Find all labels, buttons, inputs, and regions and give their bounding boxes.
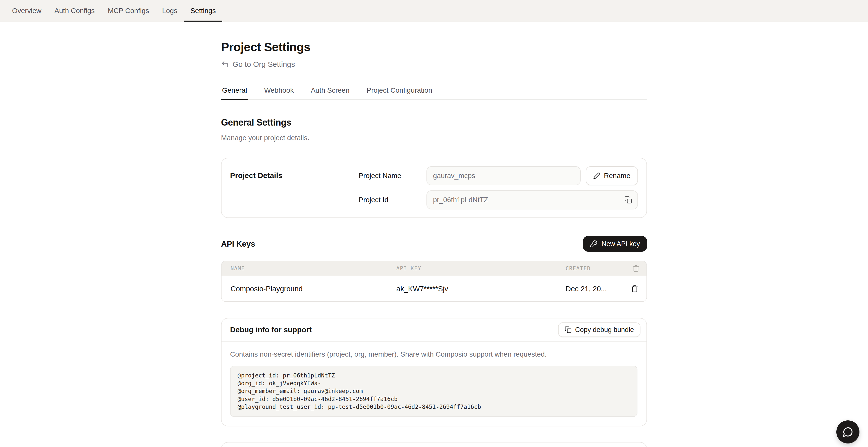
rename-button[interactable]: Rename <box>586 166 638 185</box>
corner-up-left-icon <box>221 60 229 68</box>
tab-project-configuration[interactable]: Project Configuration <box>366 86 433 100</box>
copy-icon <box>565 326 571 333</box>
key-icon <box>590 240 597 248</box>
project-name-row: Project Name Rename <box>359 166 638 185</box>
pencil-icon <box>593 172 600 179</box>
debug-bundle-code-block: @project_id: pr_06th1pLdNtTZ @org_id: ok… <box>230 365 638 417</box>
debug-card-title: Debug info for support <box>230 325 312 334</box>
chat-bubble-icon <box>842 426 854 438</box>
api-key-name: Composio-Playground <box>230 285 396 293</box>
trash-icon <box>631 285 639 293</box>
next-section-card-partial <box>221 442 647 447</box>
project-details-fields: Project Name Rename Project Id <box>359 166 638 210</box>
topnav-item-settings[interactable]: Settings <box>184 0 222 22</box>
tab-auth-screen[interactable]: Auth Screen <box>310 86 350 100</box>
project-details-title: Project Details <box>230 166 359 210</box>
project-id-row: Project Id <box>359 190 638 210</box>
trash-icon <box>632 265 640 272</box>
project-details-card: Project Details Project Name Rename Proj… <box>221 158 647 218</box>
col-header-created: CREATED <box>566 265 617 272</box>
tab-general[interactable]: General <box>221 86 248 100</box>
project-name-input[interactable] <box>427 166 581 185</box>
topnav-item-overview[interactable]: Overview <box>5 0 48 22</box>
project-id-input[interactable] <box>427 190 638 210</box>
topnav-item-mcp-configs[interactable]: MCP Configs <box>101 0 155 22</box>
col-header-api-key: API KEY <box>396 265 566 272</box>
general-settings-heading: General Settings <box>221 117 647 129</box>
top-navigation: Overview Auth Configs MCP Configs Logs S… <box>0 0 868 22</box>
api-keys-table-header: NAME API KEY CREATED <box>221 261 647 276</box>
main-content: Project Settings Go to Org Settings Gene… <box>221 22 647 447</box>
rename-button-label: Rename <box>604 172 630 180</box>
api-keys-table: NAME API KEY CREATED Composio-Playground… <box>221 261 647 302</box>
back-link-label: Go to Org Settings <box>232 60 295 69</box>
support-chat-button[interactable] <box>836 420 860 444</box>
debug-description: Contains non-secret identifiers (project… <box>230 350 638 359</box>
topnav-item-logs[interactable]: Logs <box>155 0 184 22</box>
api-key-masked-value: ak_KW7*****Sjv <box>396 285 566 293</box>
go-to-org-settings-link[interactable]: Go to Org Settings <box>221 60 295 69</box>
page-title: Project Settings <box>221 40 647 55</box>
project-name-label: Project Name <box>359 172 427 180</box>
new-api-key-button[interactable]: New API key <box>583 236 647 252</box>
api-key-created-date: Dec 21, 20... <box>566 285 617 293</box>
settings-tabs: General Webhook Auth Screen Project Conf… <box>221 86 647 100</box>
topnav-item-auth-configs[interactable]: Auth Configs <box>48 0 101 22</box>
new-api-key-label: New API key <box>601 240 640 248</box>
api-keys-heading: API Keys <box>221 239 255 249</box>
project-id-label: Project Id <box>359 196 427 204</box>
delete-api-key-button[interactable] <box>630 284 640 293</box>
copy-project-id-button[interactable] <box>623 195 633 205</box>
col-header-name: NAME <box>230 265 396 272</box>
api-keys-header: API Keys New API key <box>221 236 647 252</box>
debug-card-body: Contains non-secret identifiers (project… <box>221 342 647 426</box>
general-settings-subheading: Manage your project details. <box>221 133 647 142</box>
copy-debug-bundle-label: Copy debug bundle <box>575 326 634 334</box>
copy-debug-bundle-button[interactable]: Copy debug bundle <box>558 322 641 337</box>
copy-icon <box>624 196 632 204</box>
tab-webhook[interactable]: Webhook <box>263 86 295 100</box>
debug-info-card: Debug info for support Copy debug bundle… <box>221 318 647 426</box>
api-key-table-row: Composio-Playground ak_KW7*****Sjv Dec 2… <box>221 276 647 301</box>
debug-card-header: Debug info for support Copy debug bundle <box>221 318 647 342</box>
